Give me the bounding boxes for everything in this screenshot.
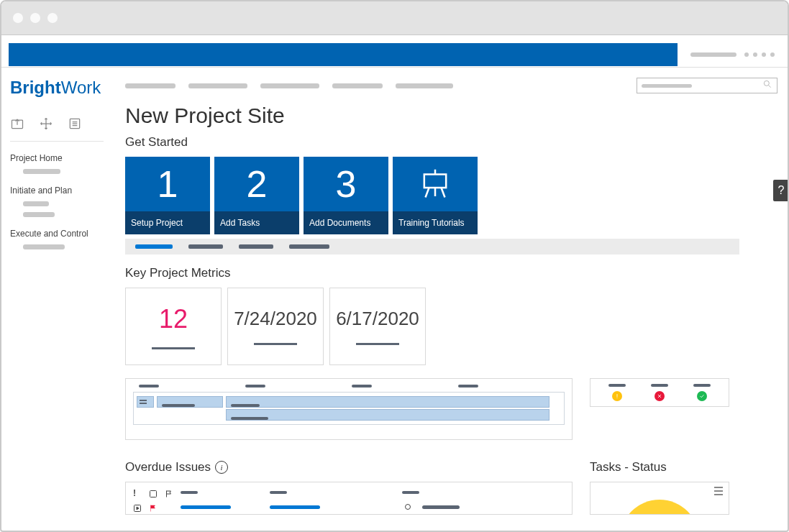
easel-icon (393, 157, 478, 211)
radio-icon (405, 504, 411, 510)
gantt-card[interactable] (125, 378, 573, 440)
nav-sub-placeholder[interactable] (23, 169, 60, 174)
logo-bold: Bright (10, 78, 61, 97)
nav-execute-control[interactable]: Execute and Control (10, 229, 117, 239)
gantt-header-placeholder (352, 385, 372, 387)
tile-label: Add Tasks (214, 211, 299, 234)
issue-row[interactable] (133, 503, 565, 511)
move-arrows-icon[interactable] (39, 116, 53, 134)
metrics-row: 12 7/24/2020 6/17/2020 (125, 288, 777, 365)
nav-sub-placeholder[interactable] (23, 212, 55, 217)
warning-icon (612, 391, 622, 401)
ribbon-right (678, 52, 780, 57)
exclaim-icon: ! (133, 488, 142, 497)
issue-link-placeholder[interactable] (270, 505, 320, 509)
tab-item[interactable] (188, 244, 223, 249)
window-titlebar (1, 1, 788, 35)
error-icon (655, 391, 665, 401)
tab-item[interactable] (289, 244, 329, 249)
window-close-dot[interactable] (13, 13, 23, 23)
svg-rect-4 (150, 491, 157, 497)
tasks-status-card[interactable] (590, 482, 729, 515)
page-title: New Project Site (125, 104, 777, 128)
col-header-placeholder (181, 491, 198, 494)
metric-value: 12 (159, 304, 188, 334)
sidebar-icon-row (10, 116, 104, 142)
metric-underline (152, 347, 195, 349)
flag-red-icon (149, 503, 158, 511)
nav-project-home[interactable]: Project Home (10, 153, 117, 163)
status-ok (693, 384, 711, 401)
metric-card[interactable]: 7/24/2020 (227, 288, 324, 365)
metric-card[interactable]: 12 (125, 288, 222, 365)
breadcrumb-placeholder[interactable] (260, 83, 319, 88)
gantt-body (133, 392, 565, 425)
flag-icon[interactable] (165, 488, 173, 497)
gantt-header-placeholder (139, 385, 159, 387)
check-icon (697, 391, 707, 401)
browser-frame: BrightWork Project Home Initiate and Pla… (0, 0, 789, 532)
tile-setup-project[interactable]: 1 Setup Project (125, 157, 210, 234)
logo[interactable]: BrightWork (10, 78, 117, 98)
list-icon[interactable] (68, 116, 82, 134)
metric-card[interactable]: 6/17/2020 (329, 288, 426, 365)
tile-training-tutorials[interactable]: Training Tutorials (393, 157, 478, 234)
checkbox-icon[interactable] (149, 488, 158, 497)
col-header-placeholder (270, 491, 287, 494)
metric-underline (356, 343, 399, 345)
nav-sub-placeholder[interactable] (23, 201, 49, 206)
tile-add-tasks[interactable]: 2 Add Tasks (214, 157, 299, 234)
help-tab[interactable]: ? (773, 180, 789, 201)
tile-number: 2 (214, 157, 299, 211)
status-card[interactable] (590, 378, 729, 407)
pie-chart (620, 500, 699, 515)
overdue-issues-label: Overdue Issues (125, 460, 211, 474)
topbar (125, 78, 777, 93)
nav-group-execute: Execute and Control (10, 229, 117, 249)
tile-label: Add Documents (304, 211, 388, 234)
getting-started-tiles: 1 Setup Project 2 Add Tasks 3 Add Docume… (125, 157, 777, 234)
breadcrumb-placeholder[interactable] (332, 83, 383, 88)
hamburger-icon[interactable] (714, 487, 723, 495)
metric-value: 7/24/2020 (234, 308, 317, 330)
nav-sub-placeholder[interactable] (23, 244, 65, 249)
issues-card[interactable]: ! (125, 482, 573, 515)
search-input[interactable] (637, 78, 777, 93)
gantt-row (134, 408, 564, 421)
svg-point-2 (764, 81, 769, 86)
tile-add-documents[interactable]: 3 Add Documents (304, 157, 388, 234)
issue-link-placeholder[interactable] (181, 505, 231, 509)
breadcrumb-row (125, 83, 453, 88)
window-max-dot[interactable] (47, 13, 58, 23)
svg-rect-3 (424, 175, 446, 188)
gantt-header-placeholder (245, 385, 265, 387)
breadcrumb-placeholder[interactable] (188, 83, 247, 88)
main: New Project Site Get Started 1 Setup Pro… (125, 68, 788, 531)
tile-number: 3 (304, 157, 388, 211)
breadcrumb-placeholder[interactable] (125, 83, 175, 88)
tab-active[interactable] (135, 244, 173, 249)
breadcrumb-placeholder[interactable] (396, 83, 453, 88)
upload-icon[interactable] (10, 116, 24, 134)
section-get-started: Get Started (125, 135, 777, 150)
info-icon[interactable]: i (215, 461, 228, 474)
tile-number: 1 (125, 157, 210, 211)
nav-group-home: Project Home (10, 153, 117, 174)
ribbon-dots[interactable] (744, 52, 775, 57)
metric-value: 6/17/2020 (336, 308, 419, 330)
nav-initiate-plan[interactable]: Initiate and Plan (10, 185, 117, 196)
sidebar: BrightWork Project Home Initiate and Pla… (1, 68, 125, 531)
section-tasks-status: Tasks - Status (590, 460, 729, 474)
issues-header-row: ! (133, 488, 565, 497)
section-overdue-issues: Overdue Issues i (125, 460, 573, 474)
issue-text-placeholder (422, 505, 460, 509)
ribbon-placeholder (690, 52, 736, 57)
logo-light: Work (61, 78, 101, 97)
status-error (651, 384, 668, 401)
gantt-headers (133, 385, 565, 392)
play-icon[interactable] (133, 503, 142, 511)
search-placeholder (642, 84, 692, 88)
window-min-dot[interactable] (30, 13, 40, 23)
tab-item[interactable] (239, 244, 273, 249)
ribbon (1, 35, 788, 68)
